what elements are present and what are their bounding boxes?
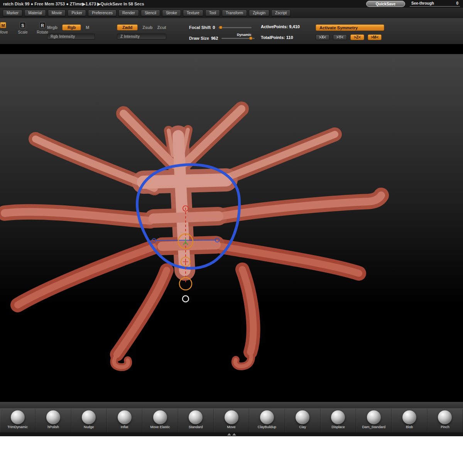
focal-shift-label: Focal Shift bbox=[189, 25, 211, 30]
total-points-text: TotalPoints: 110 bbox=[261, 35, 300, 41]
z-intensity-slider[interactable]: Z Intensity bbox=[117, 34, 166, 39]
menu-item-zscript[interactable]: Zscript bbox=[271, 10, 291, 16]
menu-item-stencil[interactable]: Stencil bbox=[141, 10, 160, 16]
menu-item-texture[interactable]: Texture bbox=[183, 10, 203, 16]
dynamic-toggle[interactable]: Dynamic bbox=[237, 33, 252, 37]
zcut-button[interactable]: Zcut bbox=[157, 25, 166, 30]
menu-item-zplugin[interactable]: Zplugin bbox=[249, 10, 269, 16]
brush-thumbnail-icon bbox=[11, 410, 25, 424]
brush-label: Clay bbox=[299, 425, 306, 429]
brush-item-displace[interactable]: Displace bbox=[321, 409, 356, 432]
brush-thumbnail-icon bbox=[46, 410, 60, 424]
points-readout: ActivePoints: 9,410 TotalPoints: 110 bbox=[261, 24, 300, 41]
symmetry-axis-row: >X< >Y< >Z< >M< bbox=[316, 34, 384, 40]
document-viewport[interactable] bbox=[0, 54, 463, 401]
zadd-button[interactable]: Zadd bbox=[117, 24, 138, 30]
menu-item-preferences[interactable]: Preferences bbox=[88, 10, 117, 16]
topbar-right: QuickSave See-through 0 bbox=[366, 1, 460, 7]
brush-thumbnail-icon bbox=[153, 410, 167, 424]
menu-bar: Marker Material Movie Picker Preferences… bbox=[0, 8, 463, 18]
title-status-bar: ratch Disk 99 ● Free Mem 3753 ● ZTime▶1.… bbox=[0, 0, 463, 8]
tray-collapse-handle-icon[interactable] bbox=[232, 433, 236, 435]
brush-thumbnail-icon bbox=[118, 410, 132, 424]
activate-symmetry-button[interactable]: Activate Symmetry bbox=[316, 24, 384, 31]
brush-label: Displace bbox=[331, 425, 345, 429]
rotate-tool-label: Rotate bbox=[37, 30, 48, 34]
symmetry-z-button[interactable]: >Z< bbox=[350, 34, 364, 40]
status-text: ratch Disk 99 ● Free Mem 3753 ● ZTime▶1.… bbox=[3, 2, 144, 7]
zbrush-window: ratch Disk 99 ● Free Mem 3753 ● ZTime▶1.… bbox=[0, 0, 463, 476]
brush-thumbnail-icon bbox=[296, 410, 309, 424]
brush-label: Blob bbox=[406, 425, 413, 429]
brush-thumbnail-icon bbox=[189, 410, 203, 424]
tray-collapse-handle-icon[interactable] bbox=[227, 433, 231, 435]
quicksave-button[interactable]: QuickSave bbox=[366, 1, 405, 7]
tool-shelf: M Move S Scale R Rotate Mrgb Rgb M Rgb I… bbox=[0, 18, 463, 44]
brush-tray: TrimDynamic hPolish Nudge Inflat Move El… bbox=[0, 408, 463, 432]
symmetry-x-button[interactable]: >X< bbox=[316, 34, 330, 40]
brush-item-claybuildup[interactable]: ClayBuildup bbox=[249, 409, 285, 432]
rotate-tool-icon: R bbox=[39, 22, 46, 28]
draw-size-slider[interactable] bbox=[221, 38, 255, 39]
zsub-button[interactable]: Zsub bbox=[142, 25, 152, 30]
menu-item-marker[interactable]: Marker bbox=[3, 10, 22, 16]
brush-thumbnail-icon bbox=[438, 410, 452, 424]
empty-page-area bbox=[0, 436, 463, 476]
scale-tool-button[interactable]: S Scale bbox=[14, 22, 31, 34]
draw-size-value: 962 bbox=[211, 36, 218, 41]
active-points-text: ActivePoints: 9,410 bbox=[261, 24, 300, 30]
move-tool-label: Move bbox=[0, 30, 8, 34]
move-tool-icon: M bbox=[0, 22, 6, 28]
brush-item-pinch[interactable]: Pinch bbox=[428, 409, 463, 432]
menu-item-transform[interactable]: Transform bbox=[222, 10, 247, 16]
canvas-background bbox=[0, 54, 463, 401]
brush-label: ClayBuildup bbox=[258, 425, 276, 429]
brush-label: Move Elastic bbox=[150, 425, 170, 429]
gyro-buttons: M Move S Scale R Rotate bbox=[0, 22, 51, 34]
brush-label: Standard bbox=[189, 425, 203, 429]
brush-item-nudge[interactable]: Nudge bbox=[71, 409, 107, 432]
brush-item-move[interactable]: Move bbox=[214, 409, 249, 432]
menu-item-stroke[interactable]: Stroke bbox=[162, 10, 181, 16]
brush-label: Dam_Standard bbox=[362, 425, 386, 429]
menu-item-picker[interactable]: Picker bbox=[68, 10, 86, 16]
rgb-intensity-slider[interactable]: Rgb Intensity bbox=[47, 34, 95, 39]
menu-item-movie[interactable]: Movie bbox=[48, 10, 66, 16]
z-intensity-label: Z Intensity bbox=[120, 34, 140, 39]
focal-shift-value: 0 bbox=[213, 25, 215, 30]
scale-tool-icon: S bbox=[20, 22, 26, 28]
brush-thumbnail-icon bbox=[331, 410, 345, 424]
brush-item-dam-standard[interactable]: Dam_Standard bbox=[356, 409, 392, 432]
brush-item-trimdynamic[interactable]: TrimDynamic bbox=[0, 409, 35, 432]
m-button[interactable]: M bbox=[86, 25, 89, 30]
menu-item-render[interactable]: Render bbox=[118, 10, 139, 16]
canvas-bottom-strip bbox=[0, 401, 463, 408]
brush-item-move-elastic[interactable]: Move Elastic bbox=[142, 409, 178, 432]
move-tool-button[interactable]: M Move bbox=[0, 22, 12, 34]
brush-label: Pinch bbox=[441, 425, 449, 429]
brush-item-standard[interactable]: Standard bbox=[178, 409, 214, 432]
mrgb-button[interactable]: Mrgb bbox=[47, 25, 57, 30]
menu-item-tool[interactable]: Tool bbox=[205, 10, 220, 16]
see-through-slider[interactable]: See-through 0 bbox=[410, 1, 460, 7]
symmetry-m-button[interactable]: >M< bbox=[368, 34, 382, 40]
brush-thumbnail-icon bbox=[260, 410, 274, 424]
brush-label: TrimDynamic bbox=[7, 425, 28, 429]
brush-item-inflat[interactable]: Inflat bbox=[107, 409, 142, 432]
paint-mode-group: Mrgb Rgb M Rgb Intensity bbox=[47, 24, 95, 39]
draw-size-handle[interactable] bbox=[249, 37, 252, 40]
sculpt-mode-group: Zadd Zsub Zcut Z Intensity bbox=[117, 24, 166, 39]
see-through-value: 0 bbox=[456, 1, 458, 5]
symmetry-group: Activate Symmetry >X< >Y< >Z< >M< bbox=[316, 24, 384, 40]
brush-thumbnail-icon bbox=[225, 410, 238, 424]
focal-shift-slider[interactable] bbox=[218, 27, 252, 28]
brush-sliders-group: Focal Shift 0 Dynamic Draw Size 962 bbox=[189, 24, 261, 41]
symmetry-y-button[interactable]: >Y< bbox=[333, 34, 347, 40]
focal-shift-handle[interactable] bbox=[219, 26, 222, 29]
brush-item-blob[interactable]: Blob bbox=[392, 409, 427, 432]
tray-collapse-bar bbox=[0, 432, 463, 436]
brush-item-hpolish[interactable]: hPolish bbox=[35, 409, 71, 432]
rgb-button[interactable]: Rgb bbox=[62, 24, 81, 30]
brush-item-clay[interactable]: Clay bbox=[285, 409, 321, 432]
menu-item-material[interactable]: Material bbox=[24, 10, 46, 16]
